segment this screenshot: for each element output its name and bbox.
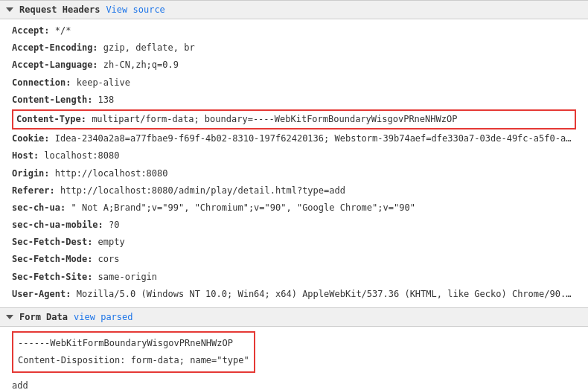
header-row: Content-Type: multipart/form-data; bound…	[12, 109, 576, 130]
header-key: User-Agent:	[12, 289, 71, 299]
header-value: gzip, deflate, br	[98, 42, 195, 53]
request-headers-section: Request Headers View source Accept: */*A…	[0, 0, 588, 306]
header-key: Sec-Fetch-Mode:	[12, 254, 92, 264]
header-value: multipart/form-data; boundary=----WebKit…	[86, 114, 458, 124]
view-source-link[interactable]: View source	[106, 4, 164, 15]
headers-content: Accept: */*Accept-Encoding: gzip, deflat…	[0, 19, 588, 306]
header-row: sec-ch-ua-mobile: ?0	[12, 217, 576, 234]
header-row: Cookie: Idea-2340a2a8=a77fbae9-f69f-4b02…	[12, 130, 576, 147]
header-key: Accept:	[12, 25, 50, 36]
header-key: Sec-Fetch-Dest:	[12, 237, 92, 247]
header-key: Referer:	[12, 185, 55, 196]
collapse-triangle-icon[interactable]	[6, 7, 13, 12]
header-value: localhost:8080	[39, 150, 119, 161]
form-data-header: Form Data view parsed	[0, 307, 588, 327]
header-key: Host:	[12, 150, 39, 161]
header-value: zh-CN,zh;q=0.9	[98, 60, 179, 70]
header-row: Sec-Fetch-Mode: cors	[12, 251, 576, 268]
header-row: sec-ch-ua: " Not A;Brand";v="99", "Chrom…	[12, 199, 576, 217]
header-row: User-Agent: Mozilla/5.0 (Windows NT 10.0…	[12, 286, 576, 303]
header-value: " Not A;Brand";v="99", "Chromium";v="90"…	[65, 202, 415, 213]
header-row: Accept-Language: zh-CN,zh;q=0.9	[12, 57, 576, 74]
view-parsed-link[interactable]: view parsed	[74, 312, 132, 322]
form-data-highlighted-row: ------WebKitFormBoundaryWisgovPRneNHWzOP	[18, 335, 249, 352]
form-data-section: Form Data view parsed ------WebKitFormBo…	[0, 307, 588, 390]
form-data-collapse-icon[interactable]	[6, 315, 13, 319]
header-value: Idea-2340a2a8=a77fbae9-f69f-4b02-8310-19…	[50, 133, 576, 144]
header-row: Accept-Encoding: gzip, deflate, br	[12, 39, 576, 57]
header-key: Content-Type:	[16, 114, 86, 124]
header-row: Sec-Fetch-Dest: empty	[12, 234, 576, 251]
header-value: ?0	[103, 220, 120, 230]
form-data-highlighted-box: ------WebKitFormBoundaryWisgovPRneNHWzOP…	[12, 331, 255, 373]
header-row: Origin: http://localhost:8080	[12, 165, 576, 182]
header-value: keep-alive	[71, 77, 130, 88]
header-key: Accept-Encoding:	[12, 42, 98, 53]
header-value: Mozilla/5.0 (Windows NT 10.0; Win64; x64…	[71, 289, 576, 299]
header-value: http://localhost:8080	[50, 168, 168, 179]
header-row: Connection: keep-alive	[12, 74, 576, 92]
header-row: Referer: http://localhost:8080/admin/pla…	[12, 182, 576, 199]
header-key: Content-Length:	[12, 95, 92, 105]
header-row: Content-Length: 138	[12, 92, 576, 109]
header-value: cors	[92, 254, 119, 264]
header-key: Connection:	[12, 77, 71, 88]
header-value: 138	[92, 95, 114, 105]
header-key: Accept-Language:	[12, 60, 98, 70]
header-row: Host: localhost:8080	[12, 147, 576, 164]
header-value: http://localhost:8080/admin/play/detail.…	[55, 185, 345, 196]
header-value: */*	[50, 25, 71, 36]
form-data-row: add	[12, 377, 576, 390]
header-key: Origin:	[12, 168, 50, 179]
header-value: empty	[92, 237, 124, 247]
header-value: same-origin	[92, 272, 157, 282]
header-key: Sec-Fetch-Site:	[12, 272, 92, 282]
form-data-title: Form Data	[19, 312, 68, 322]
request-headers-title: Request Headers	[19, 4, 100, 15]
header-row: Sec-Fetch-Site: same-origin	[12, 269, 576, 286]
form-data-content: ------WebKitFormBoundaryWisgovPRneNHWzOP…	[0, 327, 588, 390]
request-headers-header: Request Headers View source	[0, 0, 588, 19]
header-key: sec-ch-ua:	[12, 202, 65, 213]
header-row: Accept: */*	[12, 22, 576, 39]
form-data-highlighted-row: Content-Disposition: form-data; name="ty…	[18, 352, 249, 369]
header-key: sec-ch-ua-mobile:	[12, 220, 103, 230]
header-key: Cookie:	[12, 133, 50, 144]
